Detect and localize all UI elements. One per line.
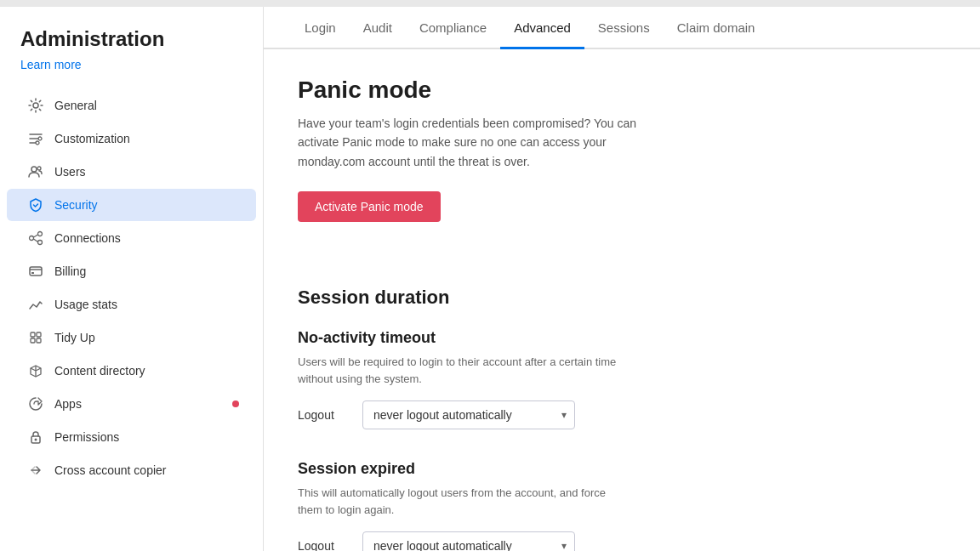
sidebar-item-billing[interactable]: Billing (7, 255, 256, 287)
sidebar-item-cross-account-copier[interactable]: Cross account copier (7, 454, 256, 486)
sidebar-label-connections: Connections (54, 231, 236, 245)
session-expired-logout-select[interactable]: never logout automatically 1 day 7 days … (362, 531, 575, 551)
panic-mode-description: Have your team's login credentials been … (298, 114, 655, 171)
billing-icon (27, 263, 44, 280)
tab-claim-domain[interactable]: Claim domain (664, 7, 769, 49)
svg-rect-10 (31, 332, 35, 337)
session-expired-section: Session expired This will automatically … (298, 460, 876, 551)
sidebar-item-general[interactable]: General (7, 89, 256, 122)
sidebar-label-security: Security (54, 198, 236, 212)
sidebar-item-users[interactable]: Users (7, 156, 256, 188)
tab-audit[interactable]: Audit (350, 7, 406, 49)
sidebar-item-content-directory[interactable]: Content directory (7, 355, 256, 387)
page-body: Panic mode Have your team's login creden… (264, 49, 910, 551)
tab-advanced[interactable]: Advanced (500, 7, 584, 49)
session-expired-title: Session expired (298, 460, 876, 478)
sidebar-label-permissions: Permissions (54, 430, 236, 444)
sidebar-label-customization: Customization (54, 132, 236, 145)
svg-rect-12 (31, 338, 35, 343)
svg-rect-9 (31, 272, 34, 274)
content-directory-icon (27, 362, 44, 379)
svg-point-6 (38, 232, 43, 236)
svg-point-2 (36, 141, 39, 145)
svg-rect-8 (30, 267, 42, 276)
session-expired-field-row: Logout never logout automatically 1 day … (298, 531, 876, 551)
customization-icon (27, 130, 44, 147)
svg-point-4 (37, 167, 41, 170)
tabs-bar: Login Audit Compliance Advanced Sessions… (264, 7, 980, 49)
sidebar-label-apps: Apps (54, 397, 236, 411)
session-expired-description: This will automatically logout users fro… (298, 485, 621, 518)
sidebar-item-connections[interactable]: Connections (7, 222, 256, 254)
sidebar-item-usage-stats[interactable]: Usage stats (7, 288, 256, 321)
sidebar-item-security[interactable]: Security (7, 189, 256, 221)
no-activity-select-wrapper: never logout automatically 30 minutes 1 … (362, 400, 575, 429)
svg-point-5 (30, 236, 34, 241)
users-icon (27, 163, 44, 180)
apps-icon (27, 395, 44, 412)
panic-mode-section: Panic mode Have your team's login creden… (298, 77, 876, 256)
svg-rect-11 (37, 332, 41, 337)
session-duration-section: Session duration No-activity timeout Use… (298, 287, 876, 551)
svg-point-15 (35, 439, 37, 441)
sidebar-label-users: Users (54, 165, 236, 179)
svg-rect-13 (37, 338, 41, 343)
activate-panic-mode-button[interactable]: Activate Panic mode (298, 191, 441, 222)
svg-point-7 (38, 241, 43, 245)
tidy-up-icon (27, 329, 44, 346)
permissions-icon (27, 429, 44, 446)
apps-badge (232, 400, 239, 407)
tab-login[interactable]: Login (291, 7, 350, 49)
connections-icon (27, 230, 44, 247)
svg-point-1 (38, 137, 42, 140)
panic-mode-title: Panic mode (298, 77, 876, 104)
sidebar-label-content-directory: Content directory (54, 364, 236, 378)
svg-point-0 (33, 103, 38, 108)
sidebar: Administration Learn more General Cust (0, 7, 264, 551)
tab-sessions[interactable]: Sessions (584, 7, 664, 49)
sidebar-label-usage-stats: Usage stats (54, 298, 236, 311)
usage-stats-icon (27, 296, 44, 313)
no-activity-logout-select[interactable]: never logout automatically 30 minutes 1 … (362, 400, 575, 429)
sidebar-title: Administration (0, 27, 263, 58)
no-activity-timeout-title: No-activity timeout (298, 329, 876, 347)
sidebar-label-tidy-up: Tidy Up (54, 331, 236, 344)
tab-compliance[interactable]: Compliance (406, 7, 500, 49)
no-activity-field-row: Logout never logout automatically 30 min… (298, 400, 876, 429)
sidebar-label-billing: Billing (54, 264, 236, 278)
cross-account-icon (27, 462, 44, 479)
sidebar-label-cross-account-copier: Cross account copier (54, 463, 236, 477)
sidebar-label-general: General (54, 99, 236, 112)
no-activity-timeout-section: No-activity timeout Users will be requir… (298, 329, 876, 429)
security-icon (27, 196, 44, 213)
session-expired-select-wrapper: never logout automatically 1 day 7 days … (362, 531, 575, 551)
svg-point-3 (31, 167, 37, 172)
sidebar-item-permissions[interactable]: Permissions (7, 421, 256, 453)
sidebar-item-apps[interactable]: Apps (7, 388, 256, 420)
session-expired-logout-label: Logout (298, 539, 349, 551)
sidebar-item-tidy-up[interactable]: Tidy Up (7, 321, 256, 354)
no-activity-timeout-description: Users will be required to login to their… (298, 354, 621, 387)
general-icon (27, 97, 44, 114)
no-activity-logout-label: Logout (298, 408, 349, 422)
sidebar-item-customization[interactable]: Customization (7, 122, 256, 155)
session-duration-title: Session duration (298, 287, 876, 309)
main-content: Login Audit Compliance Advanced Sessions… (264, 7, 980, 551)
learn-more-link[interactable]: Learn more (0, 58, 263, 88)
